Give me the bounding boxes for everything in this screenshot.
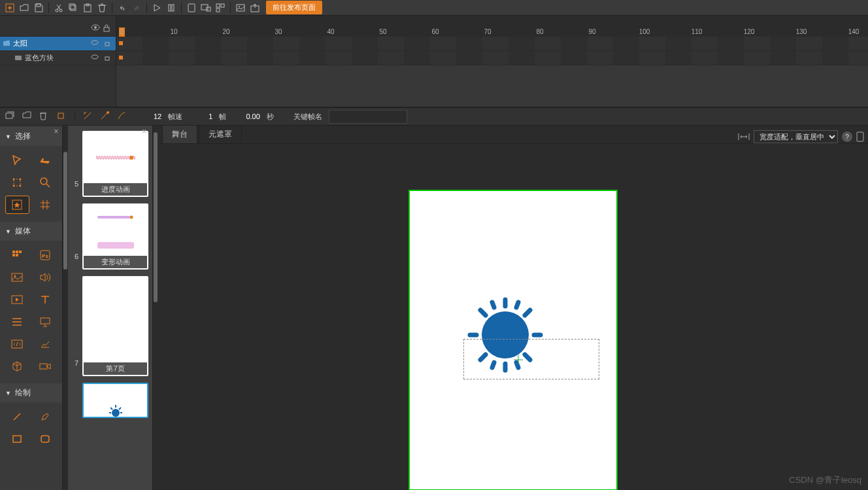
delete-icon[interactable] [95, 1, 109, 14]
layer-lock-icon[interactable] [104, 54, 112, 62]
selection-rectangle[interactable] [463, 339, 599, 379]
undo-icon[interactable] [115, 1, 129, 14]
ruler-tick: 40 [327, 28, 334, 35]
palette-header-media[interactable]: ▼媒体 [0, 222, 62, 241]
track-row[interactable] [116, 51, 868, 65]
svg-line-59 [110, 408, 112, 410]
visibility-column-icon[interactable] [91, 24, 100, 33]
layer-row-blue-square[interactable]: 蓝色方块 [0, 51, 116, 65]
trash-icon[interactable] [39, 111, 50, 122]
layer-icon [14, 54, 22, 62]
save-icon[interactable] [31, 1, 46, 14]
help-icon[interactable]: ? [842, 131, 852, 142]
ruler-tick: 120 [744, 28, 755, 35]
ruler-tick: 140 [848, 28, 860, 35]
publish-button[interactable]: 前往发布页面 [266, 1, 322, 14]
code-icon[interactable] [5, 335, 29, 353]
present-icon[interactable] [33, 313, 58, 331]
tab-mask[interactable]: 元遮罩 [199, 125, 242, 143]
3d-icon[interactable] [5, 357, 29, 376]
svg-rect-41 [16, 254, 18, 256]
copy-layer-icon[interactable] [56, 111, 67, 122]
timeline-layer-list: 太阳 蓝色方块 [0, 16, 116, 107]
ruler-tick: 80 [536, 28, 543, 35]
layer-row-sun[interactable]: 太阳 [0, 37, 116, 51]
timeline-ruler[interactable]: 0 10 20 30 40 50 60 70 80 90 100 110 120… [116, 16, 868, 37]
add-folder-icon[interactable] [22, 111, 33, 122]
new-file-icon[interactable] [3, 1, 17, 14]
tools-palette: × ▼选择 ▼媒体 Ps [0, 126, 63, 490]
open-icon[interactable] [17, 1, 31, 14]
palette-header-draw[interactable]: ▼绘制 [0, 383, 62, 402]
svg-rect-4 [71, 5, 76, 10]
close-icon[interactable]: × [52, 127, 61, 136]
layer-lock-icon[interactable] [104, 40, 112, 48]
svg-point-25 [92, 55, 98, 59]
palette-scrollbar[interactable] [63, 126, 68, 490]
page-thumb[interactable]: 6 变形动画 [72, 203, 148, 270]
responsive-icon[interactable] [199, 1, 213, 14]
svg-rect-49 [40, 364, 47, 369]
hand-tool-icon[interactable] [33, 151, 58, 169]
redo-icon[interactable] [129, 1, 144, 14]
image-media-icon[interactable] [5, 268, 29, 287]
export-icon[interactable] [248, 1, 262, 14]
pen-tool-icon[interactable] [33, 408, 58, 426]
timeline-tracks: 0 10 20 30 40 50 60 70 80 90 100 110 120… [116, 16, 868, 107]
svg-point-35 [41, 178, 47, 184]
watermark: CSDN @青子leosq [789, 474, 861, 486]
keyframe-icon[interactable] [119, 41, 123, 45]
tab-stage[interactable]: 舞台 [162, 125, 197, 143]
page-thumb[interactable] [72, 383, 148, 418]
copy-icon[interactable] [66, 1, 80, 14]
page-thumb[interactable]: 7 第7页 [72, 276, 148, 376]
page-thumb[interactable]: 5 进度动画 [72, 131, 148, 197]
artboard[interactable] [409, 190, 618, 490]
rect-tool-icon[interactable] [5, 430, 29, 448]
keyframe-icon[interactable] [119, 56, 123, 60]
lock-column-icon[interactable] [103, 24, 112, 33]
cut-icon[interactable] [52, 1, 66, 14]
play-icon[interactable] [150, 1, 164, 14]
fit-width-icon[interactable] [738, 133, 750, 141]
tween-icon[interactable] [83, 111, 93, 122]
paste-icon[interactable] [80, 1, 95, 14]
list-icon[interactable] [5, 313, 29, 331]
layer-visibility-icon[interactable] [91, 54, 99, 62]
ease-icon[interactable] [117, 111, 127, 122]
svg-point-29 [107, 111, 109, 114]
thumbs-scrollbar[interactable] [153, 126, 158, 490]
grid-tool-icon[interactable] [33, 196, 58, 214]
svg-point-53 [129, 156, 133, 160]
svg-point-55 [129, 216, 133, 219]
add-layer-icon[interactable] [5, 111, 16, 122]
favorite-tool-icon[interactable] [5, 196, 29, 214]
pause-icon[interactable] [164, 1, 178, 14]
camera-icon[interactable] [33, 357, 58, 376]
stage-canvas[interactable] [158, 144, 868, 490]
tween2-icon[interactable] [100, 111, 110, 122]
text-tool-icon[interactable] [33, 290, 58, 309]
svg-rect-51 [41, 436, 49, 442]
fit-mode-select[interactable]: 宽度适配，垂直居中 [754, 130, 838, 143]
ps-icon[interactable]: Ps [33, 246, 58, 264]
keyframe-name-input[interactable] [329, 110, 407, 124]
line-tool-icon[interactable] [5, 408, 29, 426]
rounded-rect-icon[interactable] [33, 430, 58, 448]
qrcode-icon[interactable] [213, 1, 227, 14]
thumb-label: 变形动画 [84, 256, 147, 268]
device-preview-icon[interactable] [856, 131, 864, 142]
pointer-tool-icon[interactable] [5, 151, 29, 169]
audio-icon[interactable] [33, 268, 58, 287]
track-row[interactable] [116, 37, 868, 51]
image-icon[interactable] [233, 1, 248, 14]
layer-visibility-icon[interactable] [91, 40, 99, 48]
grid-media-icon[interactable] [5, 246, 29, 264]
chart-icon[interactable] [33, 335, 58, 353]
top-toolbar: 前往发布页面 [0, 0, 868, 16]
device-icon[interactable] [184, 1, 199, 14]
transform-tool-icon[interactable] [5, 173, 29, 192]
zoom-tool-icon[interactable] [33, 173, 58, 192]
svg-rect-39 [19, 251, 22, 253]
video-icon[interactable] [5, 290, 29, 309]
